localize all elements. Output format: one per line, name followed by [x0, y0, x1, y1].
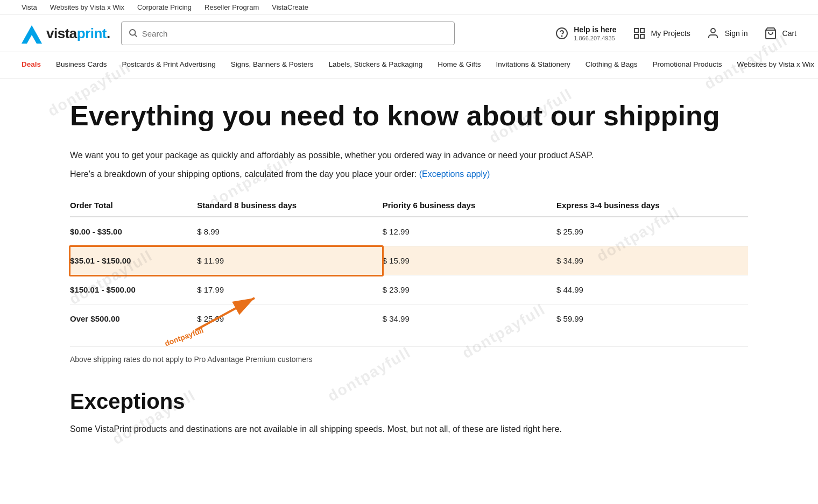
row4-range: Over $500.00 [70, 304, 197, 333]
col-priority: Priority 6 business days [383, 194, 556, 217]
svg-rect-7 [640, 29, 644, 32]
my-projects-action[interactable]: My Projects [632, 26, 690, 41]
svg-rect-9 [634, 34, 638, 38]
row3-standard: $ 17.99 [197, 275, 383, 304]
nav-postcards[interactable]: Postcards & Print Advertising [115, 52, 223, 79]
table-row: Over $500.00 $ 25.99 $ 34.99 $ 59.99 [70, 304, 748, 333]
row3-range: $150.01 - $500.00 [70, 275, 197, 304]
table-row-highlighted: $35.01 - $150.00 $ 11.99 $ 15.99 $ 34.99 [70, 246, 748, 275]
cart-icon [763, 26, 778, 41]
nav-labels[interactable]: Labels, Stickers & Packaging [321, 52, 430, 79]
col-express: Express 3-4 business days [556, 194, 748, 217]
svg-point-2 [130, 30, 136, 36]
row3-priority: $ 23.99 [383, 275, 556, 304]
nav-home-gifts[interactable]: Home & Gifts [430, 52, 488, 79]
cart-label: Cart [782, 29, 796, 38]
table-row: $150.01 - $500.00 $ 17.99 $ 23.99 $ 44.9… [70, 275, 748, 304]
nav-invitations[interactable]: Invitations & Stationery [489, 52, 578, 79]
my-projects-label: My Projects [651, 29, 690, 38]
help-action[interactable]: Help is here 1.866.207.4935 [554, 25, 616, 42]
page-title: Everything you need to know about our sh… [70, 101, 748, 131]
table-header-row: Order Total Standard 8 business days Pri… [70, 194, 748, 217]
cart-action[interactable]: Cart [763, 26, 796, 41]
row1-range: $0.00 - $35.00 [70, 217, 197, 246]
sign-in-label: Sign in [725, 29, 748, 38]
top-bar: Vista Websites by Vista x Wix Corporate … [0, 0, 818, 15]
help-icon [554, 26, 569, 41]
user-icon [706, 26, 721, 41]
top-nav-reseller[interactable]: Reseller Program [204, 3, 259, 11]
col-standard: Standard 8 business days [197, 194, 383, 217]
row2-express: $ 34.99 [556, 246, 748, 275]
search-icon [128, 28, 138, 39]
help-text: Help is here 1.866.207.4935 [574, 25, 616, 42]
nav-deals[interactable]: Deals [22, 52, 48, 79]
intro-text: We want you to get your package as quick… [70, 148, 748, 162]
header: vistaprint. Help is here 1.866.207.4935 [0, 15, 818, 52]
header-actions: Help is here 1.866.207.4935 My Projects [554, 25, 796, 42]
nav-clothing[interactable]: Clothing & Bags [578, 52, 645, 79]
logo-text: vistaprint. [46, 25, 110, 42]
nav-promotional[interactable]: Promotional Products [645, 52, 730, 79]
search-input[interactable] [142, 29, 448, 38]
svg-rect-6 [634, 29, 638, 32]
col-order-total: Order Total [70, 194, 197, 217]
row1-priority: $ 12.99 [383, 217, 556, 246]
nav-websites[interactable]: Websites by Vista x Wix [730, 52, 818, 79]
svg-rect-8 [640, 34, 644, 38]
top-nav-corporate[interactable]: Corporate Pricing [137, 3, 192, 11]
exceptions-title: Exceptions [70, 389, 748, 414]
logo-triangle-icon [22, 23, 42, 44]
exceptions-section: Exceptions Some VistaPrint products and … [70, 389, 748, 436]
exceptions-link[interactable]: (Exceptions apply) [419, 169, 490, 179]
top-nav-vistacreate[interactable]: VistaCreate [272, 3, 308, 11]
row4-standard: $ 25.99 [197, 304, 383, 333]
row4-priority: $ 34.99 [383, 304, 556, 333]
row1-standard: $ 8.99 [197, 217, 383, 246]
shipping-table-wrapper: Order Total Standard 8 business days Pri… [70, 194, 748, 333]
nav-business-cards[interactable]: Business Cards [48, 52, 115, 79]
shipping-table: Order Total Standard 8 business days Pri… [70, 194, 748, 333]
row3-express: $ 44.99 [556, 275, 748, 304]
top-nav-websites[interactable]: Websites by Vista x Wix [50, 3, 124, 11]
breakdown-text: Here's a breakdown of your shipping opti… [70, 169, 748, 179]
logo[interactable]: vistaprint. [22, 23, 110, 44]
row1-express: $ 25.99 [556, 217, 748, 246]
row2-priority: $ 15.99 [383, 246, 556, 275]
sign-in-action[interactable]: Sign in [706, 26, 748, 41]
note-text: Above shipping rates do not apply to Pro… [70, 346, 748, 364]
logo-icon [22, 23, 42, 44]
row2-range: $35.01 - $150.00 [70, 246, 197, 275]
row4-express: $ 59.99 [556, 304, 748, 333]
top-nav-vista[interactable]: Vista [22, 3, 37, 11]
row2-standard: $ 11.99 [197, 246, 383, 275]
svg-point-10 [711, 29, 715, 33]
nav-signs[interactable]: Signs, Banners & Posters [223, 52, 321, 79]
search-bar[interactable] [121, 22, 455, 45]
table-row: $0.00 - $35.00 $ 8.99 $ 12.99 $ 25.99 [70, 217, 748, 246]
exceptions-text: Some VistaPrint products and destination… [70, 422, 748, 436]
svg-line-3 [135, 34, 137, 37]
main-content: Everything you need to know about our sh… [48, 79, 770, 468]
projects-icon [632, 26, 647, 41]
main-nav: Deals Business Cards Postcards & Print A… [0, 52, 818, 79]
